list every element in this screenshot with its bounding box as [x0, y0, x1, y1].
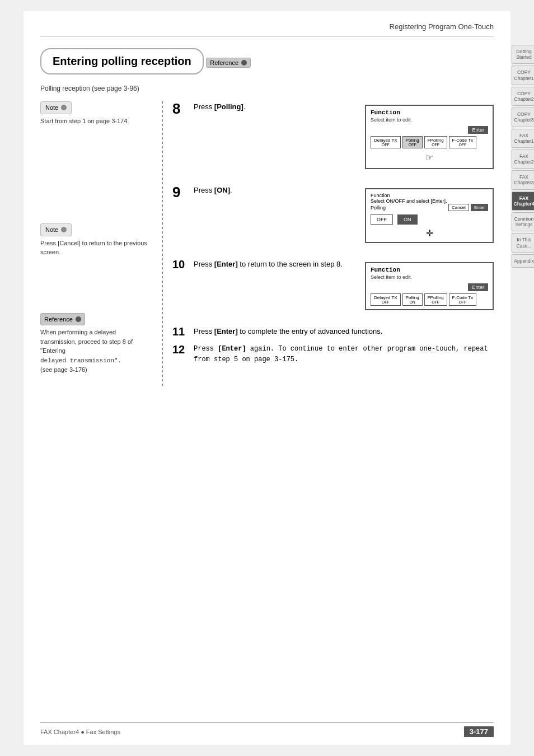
- screen-title-10: Function: [371, 267, 488, 273]
- sidebar-tab-fax3[interactable]: FAXChapter3: [512, 170, 534, 189]
- off-on-row-9: OFF ON: [371, 214, 488, 225]
- step-11-text: Press [Enter] to complete the entry of a…: [194, 326, 494, 337]
- enter-btn-row-8: Enter: [371, 126, 488, 134]
- sidebar-tab-copy2[interactable]: COPYChapter2: [512, 87, 534, 106]
- screen-subtitle-9: Select ON/OFF and select [Enter].: [371, 198, 488, 204]
- step-8-content: 8 Press [Polling].: [172, 101, 357, 128]
- step-8-row: 8 Press [Polling]. Function Select item …: [172, 101, 494, 175]
- dotted-line: [162, 101, 163, 386]
- step-10-row: 10 Press [Enter] to return to the screen…: [172, 259, 494, 316]
- off-btn-9[interactable]: OFF: [371, 214, 393, 225]
- step-9-number: 9: [172, 185, 189, 199]
- step-9-content: 9 Press [ON].: [172, 185, 357, 212]
- right-column: 8 Press [Polling]. Function Select item …: [167, 101, 494, 386]
- step-10-text: Press [Enter] to return to the screen in…: [194, 259, 357, 270]
- enter-btn-9[interactable]: Enter: [471, 204, 488, 211]
- enter-btn-row-10: Enter: [371, 283, 488, 291]
- fpolling-btn-10[interactable]: FPollingOFF: [424, 293, 447, 306]
- reference-badge-2: Reference: [40, 313, 85, 326]
- polling-btns-9: Cancel Enter: [448, 204, 488, 211]
- screen-title-8: Function: [371, 109, 488, 116]
- on-btn-9[interactable]: ON: [397, 214, 418, 225]
- section-title-box: Entering polling reception: [40, 48, 204, 74]
- cursor-icon-9: ✛: [426, 228, 433, 238]
- fpolling-btn-8[interactable]: FPollingOFF: [424, 136, 447, 148]
- cursor-icon-8: ☞: [426, 152, 433, 165]
- left-column: Note Start from step 1 on page 3-174. No…: [40, 101, 158, 386]
- sidebar-tab-copy3[interactable]: COPYChapter3: [512, 108, 534, 127]
- step-11-block: 11 Press [Enter] to complete the entry o…: [172, 326, 494, 337]
- polling-btn-10[interactable]: PollingON: [402, 293, 423, 306]
- step-12-content: Press [Enter] again. To continue to ente…: [194, 344, 494, 365]
- sidebar-tab-fax2[interactable]: FAXChapter2: [512, 150, 534, 169]
- footer-right: 3-177: [464, 726, 494, 737]
- screen-title-9: Function: [371, 193, 488, 198]
- screen-subtitle-8: Select item to edit.: [371, 117, 488, 123]
- header-title: Registering Program One-Touch: [390, 22, 494, 31]
- delayed-tx-btn-8[interactable]: Delayed TXOFF: [371, 136, 401, 148]
- step-10-text-block: Press [Enter] to return to the screen in…: [194, 259, 357, 270]
- step-9-row: 9 Press [ON]. Function Select ON/OFF and…: [172, 185, 494, 249]
- polling-label-9: Polling: [371, 205, 386, 211]
- sidebar-tab-in-this-case[interactable]: In ThisCase...: [512, 233, 534, 252]
- note-2: Note Press [Cancel] to return to the pre…: [40, 223, 152, 257]
- sidebar-tab-appendix[interactable]: Appendix: [512, 254, 534, 268]
- step-8-text-block: Press [Polling].: [194, 101, 357, 113]
- step-12-number: 12: [172, 344, 189, 355]
- screen-buttons-8: Delayed TXOFF PollingOFF FPollingOFF F-C…: [371, 136, 488, 148]
- page-number: 3-177: [464, 726, 494, 737]
- screen-subtitle-10: Select item to edit.: [371, 274, 488, 280]
- step-9-text: Press [ON].: [194, 185, 357, 196]
- step-8-text: Press [Polling].: [194, 101, 357, 113]
- polling-header-9: Polling Cancel Enter: [371, 204, 488, 211]
- note-badge-2: Note: [40, 223, 72, 236]
- step-10-number: 10: [172, 259, 189, 270]
- function-screen-step10: Function Select item to edit. Enter Dela…: [365, 262, 494, 310]
- right-sidebar: GettingStarted COPYChapter1 COPYChapter2…: [512, 45, 534, 268]
- polling-btn-8[interactable]: PollingOFF: [402, 136, 423, 148]
- reference-2: Reference When performing a delayed tran…: [40, 313, 152, 375]
- reference-text-1: Polling reception (see page 3-96): [40, 83, 494, 94]
- enter-button-8[interactable]: Enter: [468, 126, 488, 134]
- step-11-content: Press [Enter] to complete the entry of a…: [194, 326, 494, 337]
- main-content: Note Start from step 1 on page 3-174. No…: [40, 101, 494, 386]
- step-8-number: 8: [172, 101, 189, 116]
- delayed-tx-btn-10[interactable]: Delayed TXOFF: [371, 293, 401, 306]
- reference-badge-1: Reference: [206, 58, 251, 68]
- step-9-block: 9 Press [ON].: [172, 185, 357, 199]
- step-8-block: 8 Press [Polling].: [172, 101, 357, 116]
- page-footer: FAX Chapter4 ● Fax Settings 3-177: [40, 722, 494, 737]
- step-10-block: 10 Press [Enter] to return to the screen…: [172, 259, 357, 270]
- screen-buttons-10: Delayed TXOFF PollingON FPollingOFF F-Co…: [371, 293, 488, 306]
- polling-screen-step9: Function Select ON/OFF and select [Enter…: [365, 188, 494, 243]
- function-screen-step8: Function Select item to edit. Enter Dela…: [365, 105, 494, 169]
- note-1: Note Start from step 1 on page 3-174.: [40, 101, 152, 125]
- step-9-text-block: Press [ON].: [194, 185, 357, 196]
- sidebar-tab-fax4[interactable]: FAXChapter4: [512, 192, 534, 211]
- step-12-text: Press [Enter] again. To continue to ente…: [194, 344, 494, 365]
- fcode-tx-btn-10[interactable]: F-Code TxOFF: [449, 293, 477, 306]
- enter-button-10[interactable]: Enter: [468, 283, 488, 291]
- step-10-content: 10 Press [Enter] to return to the screen…: [172, 259, 357, 282]
- footer-left-text: FAX Chapter4 ● Fax Settings: [40, 729, 120, 735]
- page: Registering Program One-Touch GettingSta…: [24, 11, 510, 745]
- dotted-divider: [158, 101, 167, 386]
- step-11-number: 11: [172, 326, 189, 337]
- sidebar-tab-getting-started[interactable]: GettingStarted: [512, 45, 534, 64]
- sidebar-tab-copy1[interactable]: COPYChapter1: [512, 66, 534, 85]
- sidebar-tab-fax1[interactable]: FAXChapter1: [512, 129, 534, 148]
- fcode-tx-btn-8[interactable]: F-Code TxOFF: [449, 136, 477, 148]
- sidebar-tab-common[interactable]: CommonSettings: [512, 212, 534, 231]
- step-12-block: 12 Press [Enter] again. To continue to e…: [172, 344, 494, 365]
- section-title: Entering polling reception: [53, 55, 191, 68]
- page-header: Registering Program One-Touch: [40, 22, 494, 37]
- cancel-btn-9[interactable]: Cancel: [448, 204, 469, 211]
- note-badge-1: Note: [40, 101, 72, 114]
